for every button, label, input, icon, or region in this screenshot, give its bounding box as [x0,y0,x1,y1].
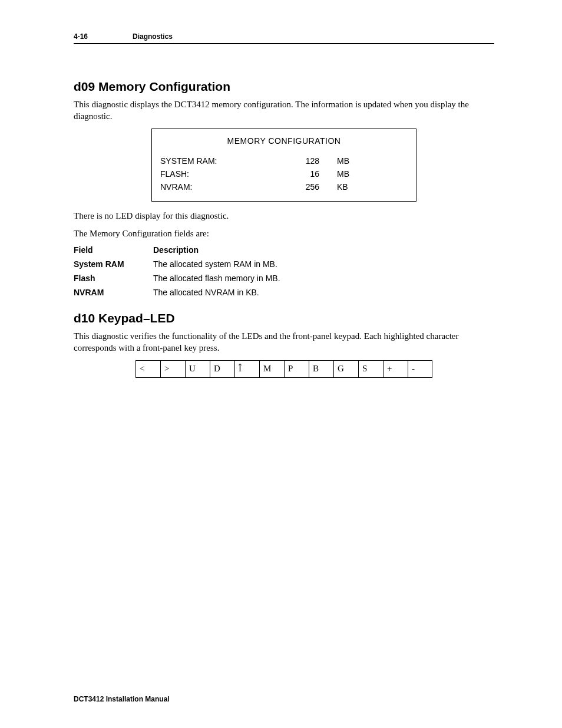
d10-heading: d10 Keypad–LED [74,311,494,325]
keypad-row: < > U D Î M P B G S + - [135,360,432,378]
key-cell: G [333,360,358,378]
key-cell: Î [234,360,259,378]
d10-intro-text: This diagnostic verifies the functionali… [74,330,494,354]
field-name: Flash [74,274,153,283]
footer-text: DCT3412 Installation Manual [74,695,170,703]
d09-intro-text: This diagnostic displays the DCT3412 mem… [74,98,494,123]
memconfig-row: FLASH: 16 MB [160,169,408,179]
memory-config-box: MEMORY CONFIGURATION SYSTEM RAM: 128 MB … [151,129,416,202]
field-desc: The allocated NVRAM in KB. [153,288,494,297]
d09-heading: d09 Memory Configuration [74,80,494,94]
fields-row: System RAM The allocated system RAM in M… [74,259,494,269]
key-cell: + [383,360,408,378]
memconfig-unit: MB [337,169,361,179]
key-cell: U [185,360,210,378]
fields-row: NVRAM The allocated NVRAM in KB. [74,288,494,297]
d09-fields-intro: The Memory Configuration fields are: [74,228,494,239]
key-cell: < [135,360,160,378]
page-number: 4-16 [74,32,133,41]
d09-note-text: There is no LED display for this diagnos… [74,210,494,222]
key-cell: - [408,360,432,378]
fields-table: Field Description System RAM The allocat… [74,245,494,297]
memconfig-label: SYSTEM RAM: [160,156,278,166]
key-cell: P [284,360,309,378]
memconfig-label: NVRAM: [160,182,278,192]
fields-row: Flash The allocated flash memory in MB. [74,274,494,283]
fields-header-field: Field [74,245,153,255]
key-cell: > [160,360,185,378]
memconfig-label: FLASH: [160,169,278,179]
field-desc: The allocated system RAM in MB. [153,259,494,269]
memory-config-title: MEMORY CONFIGURATION [160,136,408,146]
page-header: 4-16 Diagnostics [74,32,494,44]
memconfig-unit: KB [337,182,361,192]
key-cell: B [309,360,333,378]
memconfig-row: SYSTEM RAM: 128 MB [160,156,408,166]
memconfig-row: NVRAM: 256 KB [160,182,408,192]
memconfig-value: 16 [278,169,337,179]
key-cell: S [358,360,383,378]
field-name: System RAM [74,259,153,269]
page-section-title: Diagnostics [133,32,173,41]
fields-header-row: Field Description [74,245,494,255]
memconfig-value: 128 [278,156,337,166]
field-name: NVRAM [74,288,153,297]
key-cell: M [259,360,284,378]
key-cell: D [210,360,234,378]
memconfig-unit: MB [337,156,361,166]
fields-header-desc: Description [153,245,494,255]
field-desc: The allocated flash memory in MB. [153,274,494,283]
memconfig-value: 256 [278,182,337,192]
